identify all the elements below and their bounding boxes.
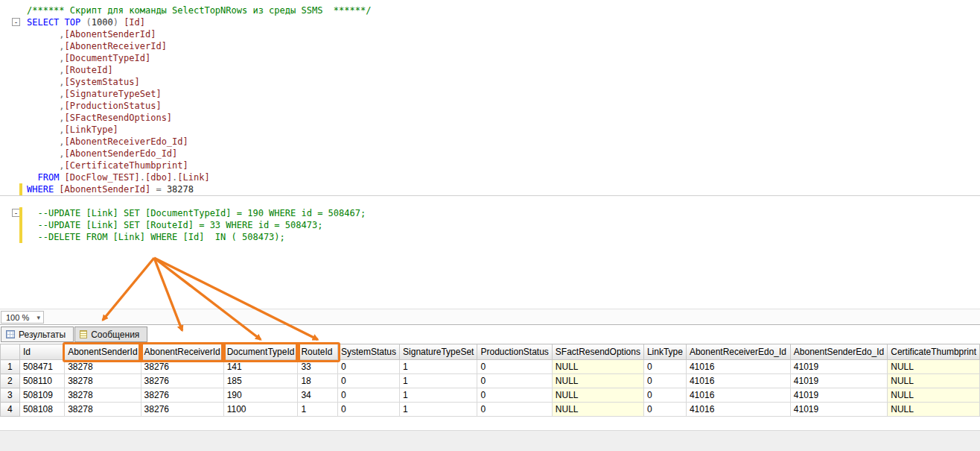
code-line[interactable]: ,[RouteId] [27,64,371,76]
cell-ProductionStatus[interactable]: 0 [477,403,552,417]
cell-AbonentSenderId[interactable]: 38278 [65,388,141,403]
code-token [27,101,59,111]
cell-Id[interactable]: 508109 [19,388,64,403]
cell-AbonentSenderEdo_Id[interactable]: 41019 [790,388,887,403]
cell-RouteId[interactable]: 1 [298,403,338,417]
cell-SFactResendOptions[interactable]: NULL [552,374,643,388]
cell-AbonentSenderEdo_Id[interactable]: 41019 [790,360,887,374]
column-header-DocumentTypeId[interactable]: DocumentTypeId [223,344,298,360]
code-line[interactable]: ,[DocumentTypeId] [27,52,371,64]
cell-LinkType[interactable]: 0 [643,374,686,388]
column-header-SFactResendOptions[interactable]: SFactResendOptions [552,344,643,360]
cell-ProductionStatus[interactable]: 0 [477,360,552,374]
cell-CertificateThumbprint[interactable]: NULL [888,360,980,374]
code-line[interactable]: ,[SystemStatus] [27,76,371,88]
cell-AbonentReceiverEdo_Id[interactable]: 41016 [686,374,790,388]
row-number[interactable]: 2 [1,374,20,388]
code-line[interactable]: ,[AbonentReceiverId] [27,40,371,52]
cell-AbonentReceiverId[interactable]: 38276 [141,374,223,388]
code-line[interactable]: --DELETE FROM [Link] WHERE [Id] IN ( 508… [27,231,371,243]
code-line[interactable]: ,[CertificateThumbprint] [27,160,371,171]
code-line[interactable] [27,195,371,207]
cell-AbonentReceiverId[interactable]: 38276 [141,403,223,417]
cell-SystemStatus[interactable]: 0 [338,388,400,403]
code-line[interactable]: ,[AbonentSenderId] [27,28,371,40]
tab-messages[interactable]: Сообщения [74,327,147,342]
column-header-AbonentReceiverEdo_Id[interactable]: AbonentReceiverEdo_Id [686,344,790,360]
code-line[interactable]: SELECT TOP (1000) [Id] [27,16,371,28]
column-header-AbonentSenderEdo_Id[interactable]: AbonentSenderEdo_Id [790,344,887,360]
cell-SignatureTypeSet[interactable]: 1 [400,388,477,403]
cell-RouteId[interactable]: 18 [298,374,338,388]
cell-LinkType[interactable]: 0 [643,360,686,374]
cell-CertificateThumbprint[interactable]: NULL [888,374,980,388]
cell-LinkType[interactable]: 0 [643,403,686,417]
cell-DocumentTypeId[interactable]: 1100 [223,403,298,417]
code-line[interactable]: --UPDATE [Link] SET [DocumentTypeId] = 1… [27,207,371,219]
cell-AbonentSenderId[interactable]: 38278 [65,360,141,374]
cell-AbonentSenderEdo_Id[interactable]: 41019 [790,403,887,417]
code-line[interactable]: ,[AbonentSenderEdo_Id] [27,148,371,160]
cell-ProductionStatus[interactable]: 0 [477,374,552,388]
code-line[interactable]: /****** Скрипт для команды SelectTopNRow… [27,4,371,16]
cell-DocumentTypeId[interactable]: 190 [223,388,298,403]
cell-SystemStatus[interactable]: 0 [338,403,400,417]
chevron-down-icon[interactable]: ▾ [36,314,40,321]
code-line[interactable]: --UPDATE [Link] SET [RouteId] = 33 WHERE… [27,219,371,231]
column-header-AbonentReceiverId[interactable]: AbonentReceiverId [141,344,223,360]
row-number[interactable]: 1 [1,360,20,374]
code-line[interactable]: WHERE [AbonentSenderId] = 38278 [27,183,371,195]
cell-Id[interactable]: 508471 [19,360,64,374]
collapse-minus-icon[interactable]: - [12,18,20,26]
column-header-CertificateThumbprint[interactable]: CertificateThumbprint [888,344,980,360]
tab-results[interactable]: Результаты [1,327,74,342]
code-token [27,77,59,87]
cell-SystemStatus[interactable]: 0 [338,360,400,374]
grid-corner[interactable] [1,344,20,360]
code-line[interactable]: ,[AbonentReceiverEdo_Id] [27,136,371,148]
cell-RouteId[interactable]: 33 [298,360,338,374]
sql-editor[interactable]: /****** Скрипт для команды SelectTopNRow… [0,0,980,309]
cell-DocumentTypeId[interactable]: 141 [223,360,298,374]
cell-SFactResendOptions[interactable]: NULL [552,403,643,417]
cell-CertificateThumbprint[interactable]: NULL [888,388,980,403]
code-line[interactable]: ,[SignatureTypeSet] [27,88,371,100]
cell-AbonentReceiverEdo_Id[interactable]: 41016 [686,360,790,374]
code-line[interactable]: ,[LinkType] [27,124,371,136]
cell-SignatureTypeSet[interactable]: 1 [400,374,477,388]
column-header-ProductionStatus[interactable]: ProductionStatus [477,344,552,360]
column-header-SignatureTypeSet[interactable]: SignatureTypeSet [400,344,477,360]
cell-AbonentReceiverEdo_Id[interactable]: 41016 [686,388,790,403]
cell-AbonentReceiverId[interactable]: 38276 [141,388,223,403]
cell-AbonentSenderId[interactable]: 38278 [65,374,141,388]
cell-RouteId[interactable]: 34 [298,388,338,403]
cell-CertificateThumbprint[interactable]: NULL [888,403,980,417]
cell-AbonentReceiverId[interactable]: 38276 [141,360,223,374]
cell-AbonentSenderId[interactable]: 38278 [65,403,141,417]
code-line[interactable]: ,[ProductionStatus] [27,100,371,112]
column-header-AbonentSenderId[interactable]: AbonentSenderId [65,344,141,360]
code-token [27,53,59,63]
cell-Id[interactable]: 508108 [19,403,64,417]
row-number[interactable]: 4 [1,403,20,417]
cell-LinkType[interactable]: 0 [643,388,686,403]
column-header-LinkType[interactable]: LinkType [643,344,686,360]
cell-SignatureTypeSet[interactable]: 1 [400,403,477,417]
column-header-SystemStatus[interactable]: SystemStatus [338,344,400,360]
cell-SFactResendOptions[interactable]: NULL [552,360,643,374]
code-token: FROM [37,172,59,183]
code-line[interactable]: FROM [DocFlow_TEST].[dbo].[Link] [27,171,371,183]
cell-SFactResendOptions[interactable]: NULL [552,388,643,403]
cell-SystemStatus[interactable]: 0 [338,374,400,388]
code-line[interactable]: ,[SFactResendOptions] [27,112,371,124]
cell-DocumentTypeId[interactable]: 185 [223,374,298,388]
cell-Id[interactable]: 508110 [19,374,64,388]
cell-AbonentReceiverEdo_Id[interactable]: 41016 [686,403,790,417]
cell-ProductionStatus[interactable]: 0 [477,388,552,403]
column-header-Id[interactable]: Id [19,344,64,360]
cell-SignatureTypeSet[interactable]: 1 [400,360,477,374]
cell-AbonentSenderEdo_Id[interactable]: 41019 [790,374,887,388]
column-header-RouteId[interactable]: RouteId [298,344,338,360]
zoom-control[interactable]: 100 % ▾ [1,311,44,324]
row-number[interactable]: 3 [1,388,20,403]
